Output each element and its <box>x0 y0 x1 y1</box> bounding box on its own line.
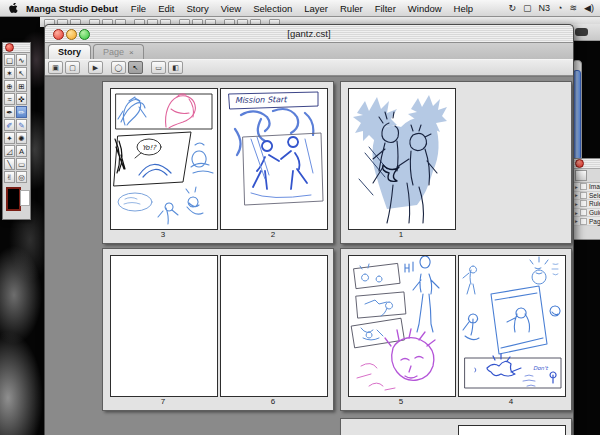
menu-item-view[interactable]: View <box>221 3 241 14</box>
story-canvas[interactable]: Yo!? <box>45 76 573 435</box>
layer-row-page[interactable]: ▸Page <box>573 217 600 226</box>
page-thumbnail-4[interactable]: Don't <box>458 255 566 397</box>
spread-next-partial <box>340 418 572 435</box>
display-icon[interactable]: ▢ <box>523 0 532 16</box>
disclosure-triangle-icon[interactable]: ▸ <box>573 201 580 207</box>
page-list-button[interactable]: ▢ <box>65 61 80 74</box>
frame-view-button[interactable]: ▭ <box>151 61 166 74</box>
page-thumbnail-7[interactable] <box>110 255 218 397</box>
spread-3-2: Yo!? <box>102 81 334 244</box>
shape-icon[interactable]: ▭ <box>16 158 27 170</box>
menu-item-story[interactable]: Story <box>187 3 209 14</box>
page-thumbnail-3[interactable]: Yo!? <box>110 88 218 230</box>
layer-label: Page <box>589 218 600 225</box>
tab-page[interactable]: Page × <box>93 44 144 59</box>
desktop: { "menu_bar": { "app_name": "Manga Studi… <box>0 0 600 435</box>
gradation-icon[interactable]: ≈ <box>4 93 15 105</box>
wifi-icon[interactable]: ≋ <box>570 0 578 16</box>
text-icon[interactable]: A <box>16 145 27 157</box>
select-arrow-icon[interactable]: ↖ <box>16 67 27 79</box>
foreground-color-swatch[interactable] <box>6 187 21 211</box>
page-thumbnail-5[interactable] <box>348 255 456 397</box>
tab-story[interactable]: Story <box>48 44 91 59</box>
layer-label: Selection <box>589 192 600 199</box>
menu-item-ruler[interactable]: Ruler <box>340 3 363 14</box>
story-toolbar: ▣▢▶◯↖▭◧ <box>45 59 573 76</box>
palette-tool-button[interactable] <box>575 170 587 181</box>
menu-item-layer[interactable]: Layer <box>304 3 328 14</box>
window-minimize-button[interactable] <box>66 29 77 40</box>
pen-icon[interactable]: ✒ <box>4 106 15 118</box>
marker-icon[interactable]: ✎ <box>16 119 27 131</box>
select-cursor-button[interactable]: ↖ <box>128 61 143 74</box>
line-icon[interactable]: ╲ <box>4 158 15 170</box>
layer-checkbox[interactable] <box>580 209 587 216</box>
marquee-icon[interactable]: ▢ <box>4 54 15 66</box>
page-number: 6 <box>220 397 326 406</box>
window-title-bar[interactable]: [gantz.cst] <box>45 25 573 43</box>
background-color-swatch[interactable] <box>20 190 30 206</box>
zoom-icon[interactable]: ◎ <box>16 171 27 183</box>
page-number: 4 <box>458 397 564 406</box>
frame-cut-icon[interactable]: ⊞ <box>16 80 27 92</box>
apple-menu-icon[interactable] <box>9 3 18 14</box>
ruler-icon[interactable]: ◿ <box>4 145 15 157</box>
rotate-view-button[interactable]: ◯ <box>111 61 126 74</box>
disclosure-triangle-icon[interactable]: ▸ <box>573 192 580 198</box>
clock-icon[interactable]: ◔ <box>557 0 562 16</box>
menu-item-help[interactable]: Help <box>454 3 474 14</box>
background-widget <box>575 28 588 36</box>
new-page-button[interactable]: ▣ <box>48 61 63 74</box>
pencil-icon[interactable]: ✏ <box>16 106 27 118</box>
lasso-icon[interactable]: ∿ <box>16 54 27 66</box>
play-button[interactable]: ▶ <box>88 61 103 74</box>
layer-row-ruler[interactable]: ▸Ruler <box>573 200 600 209</box>
disclosure-triangle-icon[interactable]: ▸ <box>573 184 580 190</box>
eyedropper-icon[interactable]: ⊕ <box>4 80 15 92</box>
page-2-artwork: Mission Start <box>221 89 327 229</box>
page-thumbnail-2[interactable]: Mission Start <box>220 88 328 230</box>
disclosure-triangle-icon[interactable]: ▸ <box>573 218 580 224</box>
menu-item-edit[interactable]: Edit <box>158 3 174 14</box>
app-menu-title[interactable]: Manga Studio Debut <box>26 3 118 14</box>
ink-icon[interactable]: ✦ <box>4 132 15 144</box>
input-indicator[interactable]: N3 <box>539 0 551 16</box>
page-thumbnail-next[interactable] <box>458 425 566 435</box>
hand-icon[interactable]: ✌ <box>4 171 15 183</box>
flip-page-button[interactable]: ◧ <box>168 61 183 74</box>
page-number: 3 <box>110 230 216 239</box>
menu-item-file[interactable]: File <box>131 3 146 14</box>
tool-palette: ▢∿✶↖⊕⊞≈✜✒✏✐✎✦✺◿A╲▭✌◎ <box>2 42 31 220</box>
scrollbar-thumb[interactable] <box>573 70 581 160</box>
spread-5-4: 5 <box>340 248 572 411</box>
airbrush-icon[interactable]: ✺ <box>16 132 27 144</box>
spread-1: 1 <box>340 81 572 244</box>
layer-row-selection[interactable]: ▸Selection <box>573 192 600 201</box>
menu-item-window[interactable]: Window <box>408 3 442 14</box>
palette-close-button[interactable] <box>575 159 584 168</box>
window-title: [gantz.cst] <box>287 28 330 39</box>
tab-close-icon[interactable]: × <box>129 48 134 57</box>
layer-row-guide[interactable]: ▸Guide <box>573 209 600 218</box>
layer-checkbox[interactable] <box>580 200 587 207</box>
page-thumbnail-1[interactable] <box>348 88 456 230</box>
color-swatches <box>3 184 30 214</box>
layer-checkbox[interactable] <box>580 183 587 190</box>
menu-item-selection[interactable]: Selection <box>253 3 292 14</box>
spread-7-6: 7 6 <box>102 248 334 411</box>
palette-close-button[interactable] <box>5 43 14 52</box>
volume-icon[interactable]: ◀) <box>584 0 594 16</box>
spinner-icon[interactable]: ↻ <box>509 0 517 16</box>
window-close-button[interactable] <box>53 29 64 40</box>
disclosure-triangle-icon[interactable]: ▸ <box>573 210 580 216</box>
magic-wand-icon[interactable]: ✶ <box>4 67 15 79</box>
layer-row-image[interactable]: ▸Image <box>573 183 600 192</box>
menu-item-filter[interactable]: Filter <box>375 3 396 14</box>
layer-checkbox[interactable] <box>580 218 587 225</box>
layer-checkbox[interactable] <box>580 192 587 199</box>
brush-icon[interactable]: ✐ <box>4 119 15 131</box>
menu-status-icons: ↻▢N3◔≋◀) <box>509 0 594 16</box>
page-thumbnail-6[interactable] <box>220 255 328 397</box>
window-zoom-button[interactable] <box>79 29 90 40</box>
move-icon[interactable]: ✜ <box>16 93 27 105</box>
